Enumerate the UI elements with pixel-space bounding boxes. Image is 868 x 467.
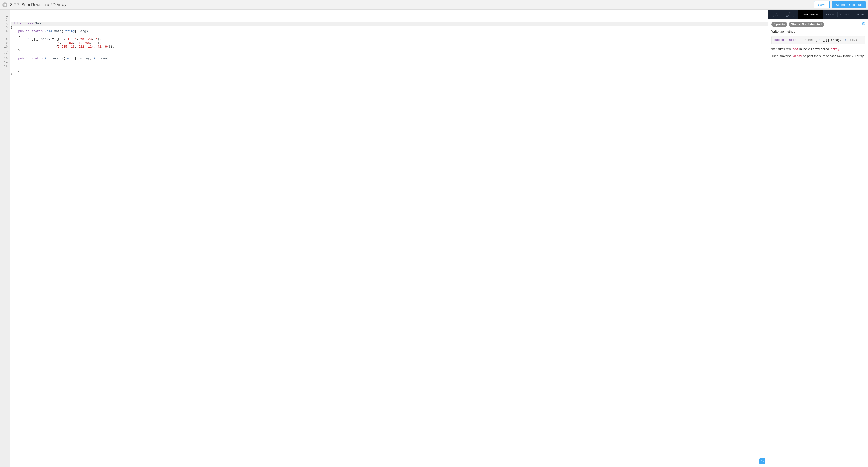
tab-test-cases[interactable]: TEST CASES [783, 10, 798, 19]
points-badge: 5 points [771, 22, 787, 27]
desc-p1: that sums row row in the 2D array called… [771, 46, 865, 52]
code-line[interactable] [11, 64, 768, 68]
line-number: 5 [1, 26, 8, 30]
line-number: 12 [1, 53, 8, 57]
line-number: 6 [1, 30, 8, 33]
code-line[interactable]: public class Sum [11, 22, 768, 26]
code-line[interactable]: public static void main(String[] args) [11, 30, 768, 33]
print-margin [311, 10, 311, 467]
code-line[interactable]: int[][] array = {{32, 4, 14, 65, 23, 6}, [11, 37, 768, 41]
line-number: 15 [1, 64, 8, 68]
code-line[interactable]: { [11, 26, 768, 30]
line-number: 11 [1, 49, 8, 53]
right-panel: RUN CODETEST CASESASSIGNMENTDOCSGRADEMOR… [768, 10, 868, 467]
panel-tabs: RUN CODETEST CASESASSIGNMENTDOCSGRADEMOR… [769, 10, 868, 19]
line-number: 9 [1, 41, 8, 45]
gear-icon[interactable] [2, 2, 7, 7]
header-bar: 8.2.7: Sum Rows in a 2D Array Save Submi… [0, 0, 868, 10]
main-content: 123456789101112131415 public class Sum{ … [0, 10, 868, 467]
code-line[interactable] [11, 76, 768, 80]
tab-run-code[interactable]: RUN CODE [769, 10, 783, 19]
code-line[interactable]: {64235, 23, 522, 124, 42, 64}}; [11, 45, 768, 49]
line-number: 7 [1, 33, 8, 37]
page-title: 8.2.7: Sum Rows in a 2D Array [10, 2, 814, 7]
assignment-description: Write the method public static int sumRo… [771, 29, 865, 59]
line-number: 2 [1, 14, 8, 18]
tab-more[interactable]: MORE [854, 10, 868, 19]
inline-code-array2: array [793, 54, 803, 58]
status-badge: Status: Not Submitted [789, 22, 824, 27]
submit-continue-button[interactable]: Submit + Continue [832, 1, 866, 8]
code-line[interactable]: { [11, 33, 768, 37]
code-line[interactable]: } [11, 49, 768, 53]
code-line[interactable]: } [11, 72, 768, 76]
line-number: 13 [1, 57, 8, 60]
line-number: 10 [1, 45, 8, 49]
code-line[interactable]: { [11, 60, 768, 64]
line-number: 1 [1, 10, 8, 14]
code-area[interactable]: public class Sum{ public static void mai… [10, 10, 768, 467]
expand-icon[interactable] [760, 458, 765, 464]
tab-docs[interactable]: DOCS [823, 10, 837, 19]
line-number: 14 [1, 60, 8, 64]
code-editor[interactable]: 123456789101112131415 public class Sum{ … [0, 10, 768, 467]
line-number: 3 [1, 18, 8, 22]
line-number: 8 [1, 37, 8, 41]
open-external-icon[interactable] [862, 22, 866, 26]
line-number-gutter: 123456789101112131415 [0, 10, 10, 467]
line-number: 4 [1, 22, 8, 26]
desc-p2: Then, traverse array to print the sum of… [771, 54, 865, 59]
code-line[interactable]: public static int sumRow(int[][] array, … [11, 57, 768, 60]
code-line[interactable] [11, 53, 768, 57]
tab-assignment[interactable]: ASSIGNMENT [798, 10, 823, 19]
method-signature-block: public static int sumRow(int[][] array, … [771, 36, 865, 44]
desc-intro: Write the method [771, 29, 865, 34]
code-line[interactable]: {4, 2, 53, 31, 765, 34}, [11, 41, 768, 45]
inline-code-array: array [830, 48, 840, 51]
save-button[interactable]: Save [814, 1, 830, 8]
inline-code-row: row [792, 48, 799, 51]
assignment-panel: 5 points Status: Not Submitted Write the… [769, 19, 868, 467]
tab-grade[interactable]: GRADE [837, 10, 854, 19]
code-line[interactable]: } [11, 68, 768, 72]
